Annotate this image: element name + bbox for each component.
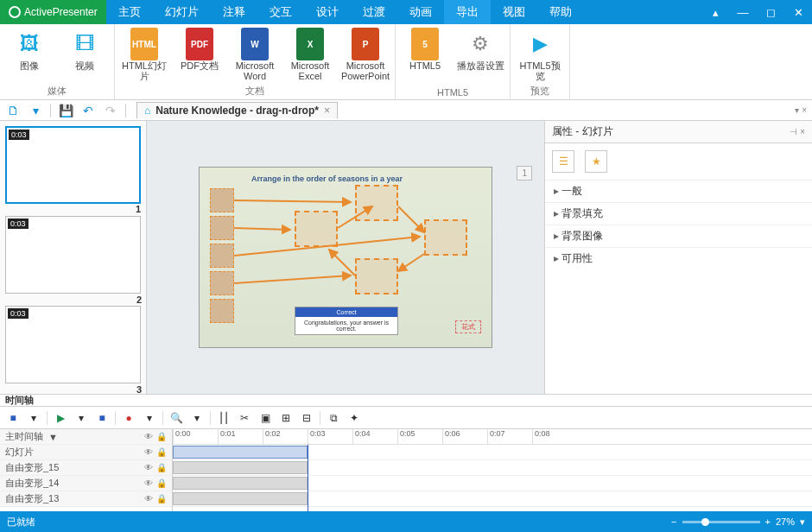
ribbon-button[interactable]: PMicrosoft PowerPoint [341, 28, 390, 83]
stop-button[interactable]: ■ [5, 410, 21, 426]
slide-thumbnail[interactable]: 0:031 [5, 126, 141, 204]
page-badge: 1 [517, 166, 532, 180]
titlebar: ActivePresenter 主页幻灯片注释交互设计过渡动画导出视图帮助 ▴ … [0, 0, 812, 24]
timeline-lane[interactable] [173, 491, 812, 507]
menu-tab[interactable]: 视图 [491, 0, 537, 24]
record-stop-button[interactable]: ■ [94, 410, 110, 426]
menu-tab[interactable]: 注释 [211, 0, 257, 24]
minimize-icon[interactable]: — [729, 0, 757, 24]
zoom-drop-icon[interactable]: ▾ [800, 516, 805, 528]
drop-zone[interactable] [355, 185, 398, 221]
track-header-main[interactable]: 主时间轴▼👁🔒 [0, 429, 172, 445]
close-tab-icon[interactable]: × [324, 104, 330, 117]
track-row[interactable]: 自由变形_15👁🔒 [0, 460, 172, 476]
drag-item[interactable] [210, 271, 234, 295]
slide-title: Arrange in the order of seasons in a yea… [251, 174, 403, 183]
cut-button[interactable]: ✂ [237, 410, 252, 426]
crop-button[interactable]: ▣ [257, 410, 273, 426]
marker-button[interactable]: ✦ [346, 410, 362, 426]
ribbon-group: 5HTML5⚙播放器设置HTML5 [396, 24, 511, 99]
menu-tab[interactable]: 交互 [257, 0, 304, 24]
zoom-in-button[interactable]: + [765, 516, 771, 527]
ribbon-button[interactable]: ⚙播放器设置 [456, 28, 504, 86]
open-button[interactable]: ▾ [28, 103, 43, 118]
drop-zone[interactable] [424, 219, 467, 256]
properties-panel: 属性 - 幻灯片⊣ × ☰ ★ 一般背景填充背景图像可用性 [544, 121, 812, 394]
zoom-drop-button[interactable]: ▾ [189, 410, 205, 426]
ribbon: 🖼图像🎞视频媒体HTMLHTML幻灯片PDFPDF文档WMicrosoft Wo… [0, 24, 812, 100]
ribbon-button[interactable]: WMicrosoft Word [231, 28, 279, 83]
ribbon-button[interactable]: 🖼图像 [5, 28, 54, 83]
track-row[interactable]: 自由变形_14👁🔒 [0, 476, 172, 491]
timeline-title: 时间轴 [5, 394, 34, 407]
ribbon-button[interactable]: HTMLHTML幻灯片 [120, 28, 168, 83]
statusbar: 已就绪 − + 27% ▾ [0, 511, 812, 532]
timeline-lane[interactable] [173, 476, 812, 491]
zoom-button[interactable]: 🔍 [168, 410, 184, 426]
prev-button[interactable]: ▾ [26, 410, 41, 426]
document-tab[interactable]: ⌂ Nature Knowledge - drag-n-drop* × [136, 102, 338, 118]
play-button[interactable]: ▶ [53, 410, 68, 426]
panel-pin-icon[interactable]: ⊣ × [790, 127, 805, 136]
property-section[interactable]: 背景填充 [545, 202, 812, 225]
menu-tab[interactable]: 设计 [304, 0, 351, 24]
undo-button[interactable]: ↶ [80, 103, 96, 118]
drag-item[interactable] [210, 188, 234, 212]
ribbon-button[interactable]: 5HTML5 [401, 28, 449, 86]
menu-tab[interactable]: 帮助 [537, 0, 584, 24]
property-section[interactable]: 背景图像 [545, 225, 812, 247]
zoom-slider[interactable] [682, 521, 760, 523]
lock-icon[interactable]: 🔒 [156, 432, 167, 441]
menu-tab[interactable]: 过渡 [351, 0, 397, 24]
ribbon-button[interactable]: ▶HTML5预览 [516, 28, 564, 83]
snap-button[interactable]: ⧉ [326, 410, 341, 426]
drop-zone[interactable] [295, 211, 338, 247]
ribbon-button[interactable]: 🎞视频 [60, 28, 109, 83]
svg-line-0 [234, 200, 351, 202]
maximize-icon[interactable]: ◻ [757, 0, 784, 24]
playhead[interactable] [308, 445, 308, 511]
timeline-lane[interactable] [173, 460, 812, 476]
drag-item[interactable] [210, 244, 234, 268]
new-button[interactable]: 🗋 [5, 103, 21, 118]
slide-canvas[interactable]: Arrange in the order of seasons in a yea… [199, 167, 492, 348]
close-icon[interactable]: ✕ [784, 0, 812, 24]
menu-tab[interactable]: 幻灯片 [153, 0, 211, 24]
quick-access-toolbar: 🗋 ▾ 💾 ↶ ↷ ⌂ Nature Knowledge - drag-n-dr… [0, 100, 812, 121]
slide-thumbnail[interactable]: 0:032 [5, 216, 141, 294]
slide-thumbnail[interactable]: 0:033 [5, 306, 141, 383]
property-section[interactable]: 一般 [545, 180, 812, 202]
split-button[interactable]: ⎮⎮ [216, 410, 232, 426]
visibility-icon[interactable]: 👁 [144, 432, 153, 441]
canvas-area[interactable]: Arrange in the order of seasons in a yea… [147, 121, 544, 394]
panel-controls-icon[interactable]: ▾ × [795, 105, 807, 115]
svg-line-7 [329, 250, 355, 276]
ribbon-collapse-icon[interactable]: ▴ [701, 0, 729, 24]
drag-item[interactable] [210, 216, 234, 240]
zoom-out-button[interactable]: − [671, 516, 676, 527]
record-drop-button[interactable]: ▾ [142, 410, 157, 426]
save-button[interactable]: 💾 [58, 103, 73, 118]
ribbon-button[interactable]: PDFPDF文档 [175, 28, 224, 83]
drop-zone[interactable] [355, 258, 398, 294]
insert-button[interactable]: ⊞ [278, 410, 294, 426]
app-menu-button[interactable]: ActivePresenter [0, 0, 106, 24]
timeline-lane[interactable] [173, 445, 812, 460]
feedback-dialog[interactable]: Correct Congratulations, your answer is … [295, 307, 398, 335]
property-section[interactable]: 可用性 [545, 247, 812, 269]
menu-tab[interactable]: 主页 [106, 0, 153, 24]
track-row[interactable]: 幻灯片👁🔒 [0, 445, 172, 460]
redo-button[interactable]: ↷ [103, 103, 118, 118]
slide-panel: 0:0310:0320:033 [0, 121, 147, 394]
play-drop-button[interactable]: ▾ [73, 410, 89, 426]
delete-button[interactable]: ⊟ [299, 410, 314, 426]
ribbon-button[interactable]: XMicrosoft Excel [286, 28, 334, 83]
record-button[interactable]: ● [121, 410, 136, 426]
drag-item[interactable] [210, 299, 234, 323]
props-tab-star[interactable]: ★ [585, 150, 607, 173]
track-row[interactable]: 自由变形_13👁🔒 [0, 491, 172, 507]
props-tab-slide[interactable]: ☰ [552, 150, 574, 173]
menu-tab[interactable]: 导出 [444, 0, 491, 24]
time-ruler[interactable]: 0:000:010:020:030:040:050:060:070:08 [173, 429, 812, 445]
menu-tab[interactable]: 动画 [397, 0, 444, 24]
